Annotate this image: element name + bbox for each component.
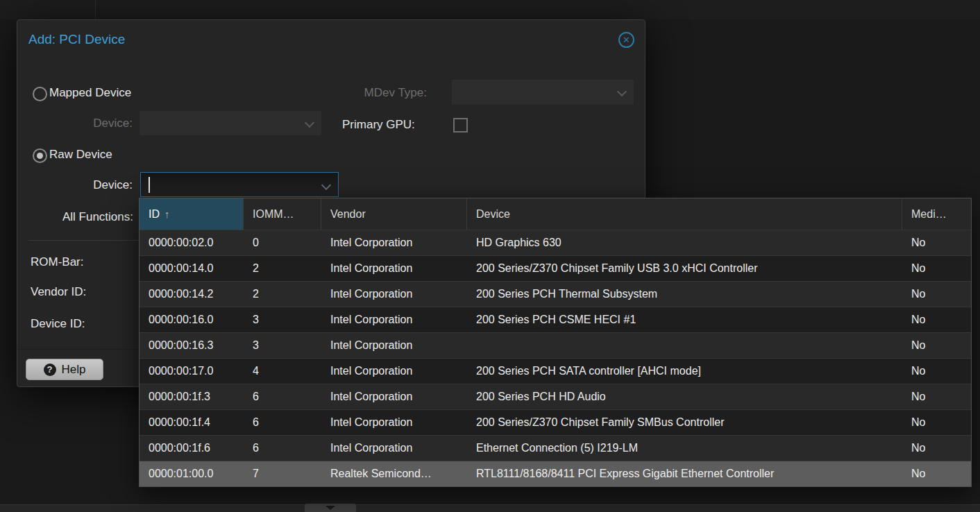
cell-mediated: No <box>902 333 971 358</box>
table-row[interactable]: 0000:00:14.22Intel Corporation200 Series… <box>140 281 971 307</box>
cell-mediated: No <box>902 410 971 435</box>
cell-device: 200 Series PCH SATA controller [AHCI mod… <box>467 359 902 384</box>
vendor-id-label: Vendor ID: <box>31 285 86 299</box>
sort-ascending-icon: ↑ <box>164 208 170 220</box>
cell-vendor: Realtek Semicond… <box>321 461 467 486</box>
all-functions-label: All Functions: <box>43 210 133 224</box>
chevron-down-icon[interactable] <box>321 180 331 190</box>
dialog-title: Add: PCI Device <box>28 32 125 47</box>
cell-iommu: 4 <box>244 359 321 384</box>
cell-iommu: 6 <box>244 436 321 461</box>
cell-vendor: Intel Corporation <box>321 230 467 255</box>
chevron-down-icon <box>617 87 627 96</box>
help-button[interactable]: ? Help <box>26 359 103 380</box>
screen: Add: PCI Device ✕ Mapped Device MDev Typ… <box>0 0 980 512</box>
table-row[interactable]: 0000:00:17.04Intel Corporation200 Series… <box>140 358 971 384</box>
mdev-type-select <box>452 80 634 104</box>
cell-mediated: No <box>902 307 971 332</box>
table-row[interactable]: 0000:00:14.02Intel Corporation200 Series… <box>140 255 971 281</box>
cell-id: 0000:00:1f.4 <box>140 410 244 435</box>
cell-id: 0000:00:1f.6 <box>140 436 244 461</box>
cell-mediated: No <box>902 256 971 281</box>
primary-gpu-label: Primary GPU: <box>342 118 415 132</box>
cell-id: 0000:00:14.0 <box>140 256 244 281</box>
cell-mediated: No <box>902 230 971 255</box>
chevron-down-icon <box>326 506 335 510</box>
cell-device: RTL8111/8168/8411 PCI Express Gigabit Et… <box>467 461 902 486</box>
raw-device-label: Raw Device <box>49 148 112 162</box>
cell-id: 0000:00:02.0 <box>140 230 244 255</box>
rom-bar-label: ROM-Bar: <box>31 255 84 269</box>
cell-vendor: Intel Corporation <box>321 307 467 332</box>
cell-device: 200 Series/Z370 Chipset Family USB 3.0 x… <box>467 256 902 281</box>
cell-device: Ethernet Connection (5) I219-LM <box>467 436 902 461</box>
cell-iommu: 2 <box>244 282 321 307</box>
mdev-type-label: MDev Type: <box>316 86 427 100</box>
cell-mediated: No <box>902 282 971 307</box>
mapped-device-picker-label: Device: <box>42 117 133 130</box>
pci-device-dropdown-table: ID↑IOMM…VendorDeviceMedi… 0000:00:02.00I… <box>139 198 972 487</box>
cell-iommu: 3 <box>244 307 321 332</box>
bottom-splitter-bar[interactable] <box>0 504 980 512</box>
table-body: 0000:00:02.00Intel CorporationHD Graphic… <box>140 230 971 486</box>
mapped-device-picker <box>140 111 321 135</box>
cell-iommu: 7 <box>244 461 321 486</box>
cell-iommu: 2 <box>244 256 321 281</box>
splitter-collapse-handle[interactable] <box>305 504 356 512</box>
cell-id: 0000:00:17.0 <box>140 359 244 384</box>
cell-iommu: 6 <box>244 384 321 409</box>
mapped-device-label: Mapped Device <box>49 86 131 100</box>
mapped-device-radio[interactable] <box>33 87 47 101</box>
cell-vendor: Intel Corporation <box>321 384 467 409</box>
cell-vendor: Intel Corporation <box>321 333 467 358</box>
table-header-row: ID↑IOMM…VendorDeviceMedi… <box>140 198 971 230</box>
primary-gpu-checkbox[interactable] <box>453 118 468 133</box>
help-icon: ? <box>44 364 56 376</box>
text-caret <box>149 177 150 193</box>
cell-iommu: 3 <box>244 333 321 358</box>
cell-mediated: No <box>902 384 971 409</box>
column-header-mediated[interactable]: Medi… <box>902 198 971 230</box>
help-button-label: Help <box>62 363 86 377</box>
cell-vendor: Intel Corporation <box>321 359 467 384</box>
device-combobox[interactable] <box>140 172 339 197</box>
cell-iommu: 6 <box>244 410 321 435</box>
cell-mediated: No <box>902 436 971 461</box>
raw-device-radio[interactable] <box>33 148 47 163</box>
table-row[interactable]: 0000:00:16.33Intel CorporationNo <box>140 332 971 358</box>
device-id-label: Device ID: <box>31 317 85 331</box>
cell-id: 0000:00:14.2 <box>140 282 244 307</box>
cell-vendor: Intel Corporation <box>321 436 467 461</box>
cell-device: 200 Series PCH Thermal Subsystem <box>467 282 902 307</box>
raw-device-picker-label: Device: <box>42 178 133 192</box>
cell-id: 0000:00:16.0 <box>140 307 244 332</box>
cell-device <box>467 333 902 358</box>
cell-id: 0000:00:1f.3 <box>140 384 244 409</box>
table-row[interactable]: 0000:00:1f.46Intel Corporation200 Series… <box>140 409 971 435</box>
cell-vendor: Intel Corporation <box>321 256 467 281</box>
cell-device: 200 Series PCH HD Audio <box>467 384 902 409</box>
column-header-device[interactable]: Device <box>467 198 902 230</box>
chevron-down-icon <box>305 118 314 128</box>
table-row[interactable]: 0000:00:16.03Intel Corporation200 Series… <box>140 307 971 332</box>
table-row[interactable]: 0000:00:1f.66Intel CorporationEthernet C… <box>140 435 971 461</box>
cell-vendor: Intel Corporation <box>321 410 467 435</box>
column-header-iommu[interactable]: IOMM… <box>244 198 321 230</box>
column-header-id[interactable]: ID↑ <box>140 198 244 230</box>
cell-vendor: Intel Corporation <box>321 282 467 307</box>
table-row[interactable]: 0000:00:1f.36Intel Corporation200 Series… <box>140 384 971 409</box>
background-panel-divider <box>95 0 96 19</box>
cell-mediated: No <box>902 461 971 486</box>
table-row[interactable]: 0000:00:02.00Intel CorporationHD Graphic… <box>140 230 971 255</box>
close-icon[interactable]: ✕ <box>618 32 634 48</box>
cell-mediated: No <box>902 359 971 384</box>
cell-id: 0000:01:00.0 <box>140 461 244 486</box>
table-row[interactable]: 0000:01:00.07Realtek Semicond…RTL8111/81… <box>140 461 971 486</box>
cell-device: HD Graphics 630 <box>467 230 902 255</box>
background-top-strip <box>0 0 980 19</box>
cell-id: 0000:00:16.3 <box>140 333 244 358</box>
cell-device: 200 Series PCH CSME HECI #1 <box>467 307 902 332</box>
cell-device: 200 Series/Z370 Chipset Family SMBus Con… <box>467 410 902 435</box>
column-header-vendor[interactable]: Vendor <box>321 198 467 230</box>
cell-iommu: 0 <box>244 230 321 255</box>
